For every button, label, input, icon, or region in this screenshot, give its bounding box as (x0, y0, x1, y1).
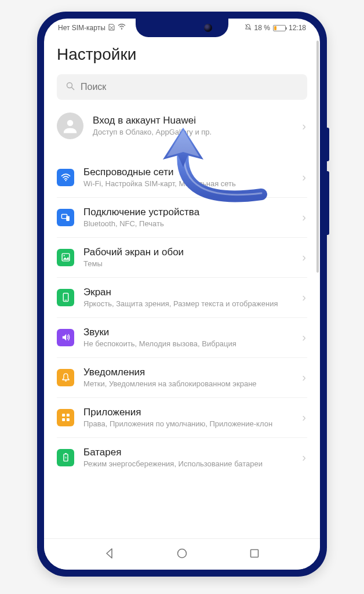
setting-title: Батарея (83, 446, 293, 459)
svg-rect-6 (66, 216, 70, 222)
battery-icon (273, 25, 286, 31)
sim-status-text: Нет SIM-карты (58, 24, 105, 32)
clock-text: 12:18 (289, 24, 306, 32)
setting-subtitle: Wi-Fi, Настройка SIM-карт, Мобильная сет… (83, 179, 293, 189)
setting-subtitle: Bluetooth, NFC, Печать (83, 219, 293, 229)
scrollbar[interactable] (316, 41, 319, 273)
nav-back-button[interactable] (104, 548, 115, 562)
setting-subtitle: Яркость, Защита зрения, Размер текста и … (83, 299, 293, 309)
navigation-bar (44, 538, 320, 570)
svg-line-2 (72, 88, 75, 90)
apps-icon (57, 409, 74, 426)
search-icon (66, 82, 75, 92)
svg-rect-7 (62, 254, 70, 262)
svg-rect-18 (251, 549, 259, 557)
setting-title: Уведомления (83, 366, 293, 379)
svg-point-0 (121, 29, 122, 30)
search-input[interactable] (81, 82, 298, 92)
chevron-right-icon: › (302, 211, 306, 224)
setting-row-sound[interactable]: Звуки Не беспокоить, Мелодия вызова, Виб… (57, 317, 307, 357)
svg-point-8 (63, 255, 64, 256)
chevron-right-icon: › (302, 171, 306, 184)
chevron-right-icon: › (302, 291, 306, 304)
setting-title: Беспроводные сети (83, 166, 293, 179)
setting-row-wifi[interactable]: Беспроводные сети Wi-Fi, Настройка SIM-к… (57, 158, 307, 197)
svg-point-4 (65, 180, 66, 182)
svg-point-3 (67, 120, 74, 126)
notch (136, 19, 228, 37)
phone-frame: Нет SIM-карты 18 % 12:18 (37, 12, 327, 577)
setting-subtitle: Режим энергосбережения, Использование ба… (83, 459, 293, 469)
setting-title: Звуки (83, 326, 293, 339)
chevron-right-icon: › (302, 331, 306, 344)
setting-row-apps[interactable]: Приложения Права, Приложения по умолчани… (57, 397, 307, 437)
avatar-icon (57, 113, 83, 139)
mute-icon (245, 24, 252, 32)
chevron-right-icon: › (302, 251, 306, 264)
nav-home-button[interactable] (176, 548, 188, 562)
phone-screen: Нет SIM-карты 18 % 12:18 (44, 19, 320, 570)
chevron-right-icon: › (302, 119, 306, 133)
setting-row-batt[interactable]: Батарея Режим энергосбережения, Использо… (57, 437, 307, 477)
chevron-right-icon: › (302, 451, 306, 464)
wifi-icon (118, 24, 126, 32)
account-subtitle: Доступ в Облако, AppGallery и пр. (93, 128, 293, 137)
setting-row-device[interactable]: Подключение устройства Bluetooth, NFC, П… (57, 197, 307, 237)
account-row[interactable]: Вход в аккаунт Huawei Доступ в Облако, A… (57, 100, 307, 152)
svg-rect-12 (66, 414, 69, 417)
svg-rect-11 (62, 414, 65, 417)
setting-row-home[interactable]: Рабочий экран и обои Темы › (57, 237, 307, 277)
batt-icon (57, 449, 74, 466)
svg-point-17 (177, 549, 186, 557)
content-area: Настройки Вход в аккаунт Huawei Доступ в… (44, 37, 320, 538)
chevron-right-icon: › (302, 411, 306, 424)
svg-rect-16 (65, 453, 67, 454)
svg-rect-14 (66, 418, 69, 421)
svg-point-1 (67, 83, 72, 88)
wifi-icon (57, 169, 74, 186)
setting-row-notif[interactable]: Уведомления Метки, Уведомления на заблок… (57, 357, 307, 397)
nav-recents-button[interactable] (249, 548, 260, 562)
setting-subtitle: Права, Приложения по умолчанию, Приложен… (83, 419, 293, 429)
setting-subtitle: Не беспокоить, Мелодия вызова, Вибрация (83, 339, 293, 349)
svg-rect-13 (62, 418, 65, 421)
setting-title: Приложения (83, 406, 293, 419)
setting-row-screen[interactable]: Экран Яркость, Защита зрения, Размер тек… (57, 277, 307, 317)
sound-icon (57, 329, 74, 346)
setting-title: Экран (83, 286, 293, 299)
setting-subtitle: Темы (83, 259, 293, 269)
screen-icon (57, 289, 74, 306)
device-icon (57, 209, 74, 226)
notif-icon (57, 369, 74, 386)
settings-list: Беспроводные сети Wi-Fi, Настройка SIM-к… (57, 158, 307, 477)
account-title: Вход в аккаунт Huawei (93, 114, 293, 127)
battery-pct-text: 18 % (254, 24, 270, 32)
home-icon (57, 249, 74, 266)
setting-title: Рабочий экран и обои (83, 246, 293, 259)
search-box[interactable] (57, 74, 307, 100)
sim-icon (108, 23, 115, 32)
front-camera (204, 24, 212, 32)
setting-title: Подключение устройства (83, 206, 293, 219)
setting-subtitle: Метки, Уведомления на заблокированном эк… (83, 379, 293, 389)
chevron-right-icon: › (302, 371, 306, 384)
page-title: Настройки (57, 37, 307, 74)
